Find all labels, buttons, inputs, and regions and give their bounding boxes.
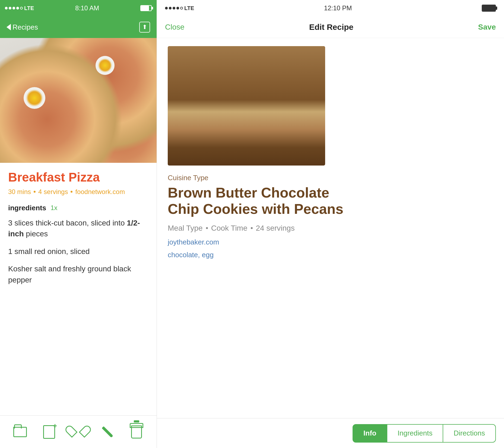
- time-right: 12:10 PM: [324, 4, 352, 12]
- pencil-icon: [102, 426, 113, 437]
- recipe-title-right: Brown Butter Chocolate Chip Cookies with…: [168, 185, 493, 217]
- recipe-source-right: joythebaker.com: [168, 238, 493, 246]
- battery-right: [482, 5, 496, 12]
- status-bar-right: LTE 12:10 PM: [157, 0, 504, 16]
- recipe-image-left: [0, 38, 157, 163]
- signal-area-right: LTE: [165, 5, 194, 11]
- recipe-title-line1: Brown Butter Chocolate: [168, 185, 329, 201]
- tab-info-label: Info: [363, 429, 376, 437]
- back-button[interactable]: Recipes: [7, 23, 38, 31]
- tab-checklist[interactable]: [42, 424, 57, 440]
- edit-recipe-title: Edit Recipe: [309, 23, 353, 32]
- signal-dot-r2: [169, 7, 172, 9]
- meal-type: Meal Type: [168, 224, 203, 233]
- cook-time: Cook Time: [211, 224, 248, 233]
- folder-icon: [13, 427, 27, 437]
- signal-dot-r1: [165, 7, 168, 9]
- recipe-meta-right: Meal Type Cook Time 24 servings: [168, 224, 493, 233]
- multiplier[interactable]: 1x: [50, 204, 57, 212]
- signal-dot-1: [5, 7, 8, 9]
- meta-dot-r1: [206, 227, 208, 229]
- right-phone: LTE 12:10 PM Close Edit Recipe Save Cuis…: [157, 0, 504, 448]
- signal-dot-5: [20, 7, 23, 9]
- battery-fill-right: [482, 5, 495, 11]
- recipe-title-left: Breakfast Pizza: [8, 170, 148, 184]
- heart-icon: [72, 426, 84, 438]
- ingredients-header: ingredients 1x: [8, 204, 148, 212]
- recipe-image-right: [168, 46, 325, 166]
- lte-right: LTE: [184, 5, 194, 11]
- nav-bar-right: Close Edit Recipe Save: [157, 16, 504, 38]
- signal-dot-3: [12, 7, 15, 9]
- signal-dot-4: [16, 7, 19, 9]
- pizza-background: [0, 38, 157, 163]
- signal-dots-left: [5, 7, 23, 9]
- status-bar-left: LTE 8:10 AM: [0, 0, 157, 16]
- meta-dot-2: [71, 191, 72, 193]
- recipe-time: 30 mins: [8, 188, 31, 196]
- ingredient-3: Kosher salt and freshly ground black pep…: [8, 263, 148, 285]
- recipe-source: foodnetwork.com: [75, 188, 125, 196]
- signal-dot-r4: [176, 7, 179, 9]
- battery-left: [140, 5, 152, 11]
- cuisine-type-label: Cuisine Type: [168, 174, 493, 182]
- signal-area-left: LTE: [5, 5, 34, 11]
- left-phone: LTE 8:10 AM Recipes ⬆ Breakfast Pizza 30…: [0, 0, 157, 448]
- save-button[interactable]: Save: [478, 23, 496, 31]
- share-button[interactable]: ⬆: [139, 22, 150, 33]
- checklist-icon: [43, 425, 55, 439]
- recipe-tags: chocolate, egg: [168, 251, 493, 259]
- signal-dot-r3: [173, 7, 175, 9]
- tab-ingredients[interactable]: Ingredients: [387, 424, 443, 443]
- battery-fill-left: [141, 6, 149, 11]
- pizza-egg-1: [24, 87, 45, 109]
- tab-directions-label: Directions: [454, 429, 485, 437]
- ingredient-2: 1 small red onion, sliced: [8, 246, 148, 257]
- tab-directions[interactable]: Directions: [443, 424, 496, 443]
- tab-heart[interactable]: [71, 424, 86, 440]
- ingredients-label: ingredients: [8, 204, 46, 212]
- nav-bar-left: Recipes ⬆: [0, 16, 157, 38]
- tab-pencil[interactable]: [100, 424, 115, 440]
- share-icon: ⬆: [142, 24, 147, 30]
- tab-folder[interactable]: [12, 424, 28, 440]
- tab-info[interactable]: Info: [353, 424, 387, 443]
- recipe-content-left: Breakfast Pizza 30 mins 4 servings foodn…: [0, 163, 157, 415]
- tab-bar-left: [0, 415, 157, 448]
- recipe-servings: 4 servings: [38, 188, 68, 196]
- close-button[interactable]: Close: [165, 23, 185, 31]
- recipe-title-line2: Chip Cookies with Pecans: [168, 201, 343, 217]
- tab-bar-right: Info Ingredients Directions: [157, 418, 504, 448]
- tab-trash[interactable]: [129, 424, 144, 440]
- time-left: 8:10 AM: [75, 4, 99, 12]
- back-label: Recipes: [12, 23, 38, 31]
- lte-left: LTE: [24, 5, 34, 11]
- recipe-content-right: Cuisine Type Brown Butter Chocolate Chip…: [157, 38, 504, 418]
- cookie-stack-visual: [168, 46, 325, 166]
- pizza-egg-2: [96, 56, 115, 75]
- tab-ingredients-label: Ingredients: [398, 429, 433, 437]
- trash-icon: [131, 425, 142, 439]
- recipe-servings-right: 24 servings: [256, 224, 295, 233]
- ingredient-1-text: 3 slices thick-cut bacon, sliced into: [8, 219, 127, 227]
- signal-dot-2: [9, 7, 11, 9]
- meta-dot-r2: [251, 227, 253, 229]
- chevron-left-icon: [7, 24, 11, 30]
- ingredient-1: 3 slices thick-cut bacon, sliced into 1/…: [8, 218, 148, 240]
- signal-dots-right: [165, 7, 183, 9]
- ingredient-1-end: pieces: [24, 230, 48, 238]
- recipe-meta-left: 30 mins 4 servings foodnetwork.com: [8, 188, 148, 196]
- signal-dot-r5: [180, 7, 183, 9]
- meta-dot-1: [34, 191, 36, 193]
